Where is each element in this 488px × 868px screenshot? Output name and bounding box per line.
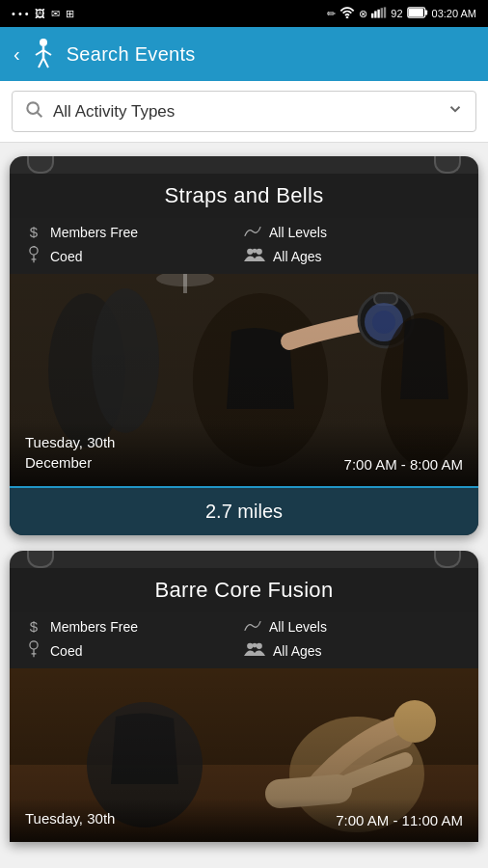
svg-point-22 <box>247 249 253 255</box>
svg-line-14 <box>43 58 48 68</box>
wifi-icon <box>339 7 355 20</box>
status-bar-right: ✏ ⊗ 92 0 <box>327 7 476 20</box>
level-text-2: All Levels <box>269 619 327 635</box>
svg-point-17 <box>30 247 38 255</box>
price-col-1: $ Members Free <box>25 224 244 240</box>
cards-container: Straps and Bells $ Members Free All Leve… <box>0 143 488 868</box>
pencil-icon: ✏ <box>327 8 336 20</box>
level-col-1: All Levels <box>244 224 463 240</box>
gender-text-2: Coed <box>50 643 82 659</box>
app-header: ‹ Search Events <box>0 27 488 81</box>
svg-rect-5 <box>384 7 386 17</box>
svg-point-27 <box>92 288 159 433</box>
distance-bar-1: 2.7 miles <box>10 486 478 535</box>
svg-rect-35 <box>183 274 187 293</box>
svg-line-16 <box>38 113 42 118</box>
grid-icon: ⊞ <box>66 8 74 20</box>
event-title-2: Barre Core Fusion <box>155 578 334 602</box>
svg-point-29 <box>359 293 413 347</box>
svg-point-0 <box>346 16 349 18</box>
svg-point-37 <box>30 641 38 649</box>
svg-point-9 <box>40 39 47 46</box>
level-col-2: All Levels <box>244 618 463 635</box>
svg-rect-7 <box>408 9 422 16</box>
camera-icon: 🖼 <box>35 8 45 19</box>
svg-point-41 <box>257 643 262 649</box>
gender-icon-1 <box>25 246 42 266</box>
gender-col-1: Coed <box>25 246 244 266</box>
level-text-1: All Levels <box>269 225 327 240</box>
card-info-row-2b: Coed All Ages <box>10 640 478 668</box>
header-title: Search Events <box>67 43 196 66</box>
ages-col-2: All Ages <box>244 640 463 661</box>
status-bar-left: • • • 🖼 ✉ ⊞ <box>12 8 74 20</box>
left-clip-2 <box>27 551 54 568</box>
x-icon: ⊗ <box>359 8 367 20</box>
back-button[interactable]: ‹ <box>14 43 20 66</box>
event-time-2: 7:00 AM - 11:00 AM <box>336 812 463 828</box>
app-logo <box>30 39 57 69</box>
svg-rect-2 <box>374 11 376 17</box>
level-icon-2 <box>244 618 261 635</box>
svg-point-31 <box>365 303 403 341</box>
card-info-row-1: $ Members Free All Levels <box>10 218 478 246</box>
card-image-area-1: Tuesday, 30th December 7:00 AM - 8:00 AM <box>10 274 478 486</box>
distance-text-1: 2.7 miles <box>205 501 283 522</box>
card-info-row-2: $ Members Free All Levels <box>10 612 478 640</box>
event-date-1: Tuesday, 30th December <box>25 432 115 473</box>
email-icon: ✉ <box>51 8 60 20</box>
card-image-area-2: Tuesday, 30th 7:00 AM - 11:00 AM <box>10 668 478 842</box>
svg-point-36 <box>156 274 214 286</box>
right-clip <box>434 156 461 174</box>
ages-text-2: All Ages <box>273 643 322 659</box>
card-title-bar-1: Straps and Bells <box>10 174 478 218</box>
card-title-bar-2: Barre Core Fusion <box>10 568 478 612</box>
event-card-barre-core-fusion[interactable]: Barre Core Fusion $ Members Free All Lev… <box>10 551 478 842</box>
svg-rect-4 <box>381 8 383 17</box>
svg-line-13 <box>39 58 43 68</box>
ages-icon-2 <box>244 641 265 660</box>
search-bar-container: All Activity Types <box>0 81 488 143</box>
dollar-icon-1: $ <box>25 224 42 240</box>
ages-text-1: All Ages <box>273 249 322 264</box>
card-clips-top <box>10 156 478 174</box>
price-col-2: $ Members Free <box>25 618 244 635</box>
svg-rect-30 <box>374 293 397 305</box>
event-title-1: Straps and Bells <box>165 183 324 207</box>
time-display: 03:20 AM <box>432 8 476 19</box>
right-clip-2 <box>434 551 461 568</box>
ages-col-1: All Ages <box>244 246 463 266</box>
svg-point-23 <box>257 249 262 255</box>
svg-rect-8 <box>424 10 427 14</box>
svg-point-32 <box>372 311 395 334</box>
svg-point-24 <box>253 249 258 254</box>
svg-rect-3 <box>378 10 380 18</box>
gender-col-2: Coed <box>25 640 244 661</box>
battery-icon <box>407 7 428 20</box>
battery-percent: 92 <box>391 8 402 19</box>
level-icon-1 <box>244 224 261 240</box>
svg-rect-1 <box>371 14 373 18</box>
event-card-straps-and-bells[interactable]: Straps and Bells $ Members Free All Leve… <box>10 156 478 535</box>
gender-icon-2 <box>25 640 42 661</box>
card-image-overlay-2: Tuesday, 30th 7:00 AM - 11:00 AM <box>10 799 478 842</box>
event-time-1: 7:00 AM - 8:00 AM <box>344 456 463 473</box>
svg-point-15 <box>27 102 39 114</box>
left-clip <box>27 156 54 174</box>
price-text-1: Members Free <box>50 225 138 240</box>
price-text-2: Members Free <box>50 619 138 635</box>
card-clips-top-2 <box>10 551 478 568</box>
dollar-icon-2: $ <box>25 618 42 635</box>
status-bar: • • • 🖼 ✉ ⊞ ✏ ⊗ 92 <box>0 0 488 27</box>
event-date-2: Tuesday, 30th <box>25 808 115 828</box>
search-bar[interactable]: All Activity Types <box>12 91 476 132</box>
signal-icon <box>371 7 387 20</box>
svg-point-40 <box>247 643 253 649</box>
status-dots: • • • <box>12 8 29 19</box>
search-icon <box>24 99 43 123</box>
svg-point-42 <box>253 643 258 648</box>
ages-icon-1 <box>244 247 265 265</box>
card-image-overlay-1: Tuesday, 30th December 7:00 AM - 8:00 AM <box>10 422 478 486</box>
activity-type-select[interactable]: All Activity Types <box>53 102 437 122</box>
card-info-row-1b: Coed All Ages <box>10 246 478 274</box>
